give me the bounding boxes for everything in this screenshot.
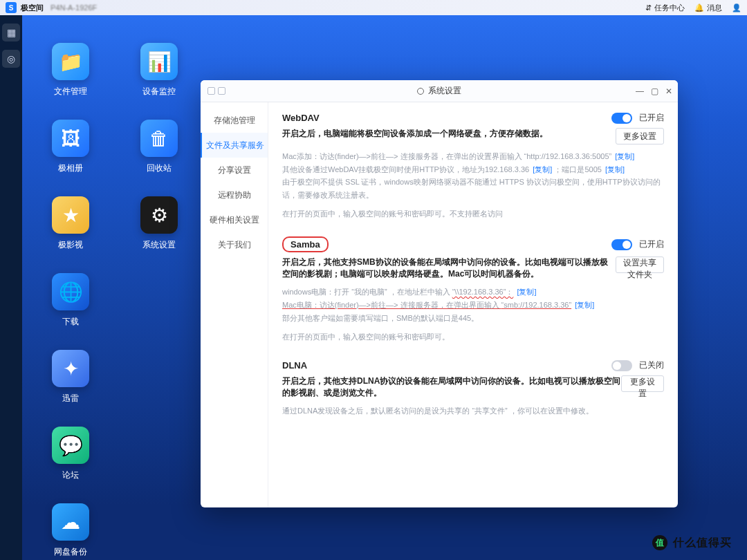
forum-icon[interactable]: 💬论坛 (52, 427, 89, 481)
thunder-icon-label: 迅雷 (62, 393, 79, 404)
samba-help1-copy[interactable]: [复制] (517, 288, 536, 296)
task-center-button[interactable]: ⇵ 任务中心 (645, 3, 685, 13)
settings-sidebar: 存储池管理文件及共享服务分享设置远程协助硬件相关设置关于我们 (201, 102, 268, 507)
watermark: 值 什么值得买 (652, 535, 732, 550)
window-minimize-button[interactable]: — (636, 86, 644, 96)
download-icon[interactable]: 🌐下载 (52, 273, 89, 328)
webdav-help1: Mac添加：访达(finder)—>前往—> 连接服务器，在弹出的设置界面输入 … (282, 152, 614, 160)
thunder-icon-glyph: ✦ (52, 350, 89, 387)
task-icon: ⇵ (645, 3, 652, 12)
dlna-title: DLNA (282, 360, 307, 371)
video-icon[interactable]: ★极影视 (52, 196, 89, 251)
brand-logo-icon: S (6, 2, 17, 13)
bell-icon: 🔔 (694, 3, 704, 12)
webdav-desc: 开启之后，电脑端能将极空间设备添加成一个网络硬盘，方便存储数据。 (282, 128, 548, 140)
webdav-state: 已开启 (639, 112, 664, 124)
file-manager-icon-glyph: 📁 (52, 43, 89, 80)
download-icon-label: 下载 (62, 316, 79, 328)
watermark-badge-icon: 值 (652, 535, 667, 550)
forum-icon-label: 论坛 (62, 469, 79, 481)
file-manager-icon-label: 文件管理 (54, 86, 87, 97)
webdav-title: WebDAV (282, 113, 320, 123)
dlna-desc: 开启之后，其他支持DLNA协议的设备能在局域网中访问你的设备。比如电视可以播放极… (282, 375, 621, 399)
section-webdav: WebDAV 已开启 开启之后，电脑端能将极空间设备添加成一个网络硬盘，方便存储… (282, 112, 664, 220)
samba-help3: 部分其他客户端如需要填写端口，SMB的默认端口是445。 (282, 312, 664, 325)
webdav-help2-copy1[interactable]: [复制] (533, 165, 552, 174)
samba-title: Samba (282, 236, 329, 252)
samba-help1-addr: “\\192.168.3.36”： (452, 288, 514, 296)
webdav-help1-copy[interactable]: [复制] (615, 152, 634, 160)
album-icon-label: 极相册 (58, 162, 83, 174)
trash-icon-glyph: 🗑 (140, 120, 178, 157)
window-titlebar[interactable]: 系统设置 — ▢ ✕ (201, 80, 678, 102)
album-icon[interactable]: 🖼极相册 (52, 120, 89, 174)
side-about[interactable]: 关于我们 (201, 232, 268, 257)
samba-more-button[interactable]: 设置共享文件夹 (616, 256, 664, 273)
trash-icon[interactable]: 🗑回收站 (140, 120, 178, 174)
dock-apps-icon[interactable]: ▦ (2, 24, 20, 41)
section-samba: Samba 已开启 开启之后，其他支持SMB协议的设备能在局域网中访问你的设备。… (282, 236, 664, 343)
window-maximize-button[interactable]: ▢ (651, 86, 658, 96)
dock-settings-icon[interactable]: ◎ (2, 50, 20, 68)
file-manager-icon[interactable]: 📁文件管理 (52, 43, 89, 97)
samba-toggle[interactable] (611, 239, 632, 250)
brand-name: 极空间 (21, 3, 44, 13)
samba-help2-pre: Mac电脑：访达(finder)—>前往—> 连接服务器，在弹出界面输入 (282, 301, 501, 309)
samba-help4: 在打开的页面中，输入极空间的账号和密码即可。 (282, 330, 664, 344)
monitor-icon[interactable]: 📊设备监控 (140, 43, 178, 97)
download-icon-glyph: 🌐 (52, 273, 89, 310)
settings-icon-label: 系统设置 (142, 239, 176, 251)
cloud-backup-icon-label: 网盘备份 (54, 546, 87, 558)
section-dlna: DLNA 已关闭 开启之后，其他支持DLNA协议的设备能在局域网中访问你的设备。… (282, 360, 664, 418)
settings-icon[interactable]: ⚙系统设置 (140, 196, 178, 251)
webdav-more-button[interactable]: 更多设置 (616, 128, 664, 144)
user-avatar[interactable]: 👤 (732, 3, 741, 12)
cloud-backup-icon[interactable]: ☁网盘备份 (52, 503, 89, 558)
thunder-icon[interactable]: ✦迅雷 (52, 350, 89, 404)
dlna-state: 已关闭 (639, 360, 664, 371)
side-remote[interactable]: 远程协助 (201, 183, 268, 207)
messages-button[interactable]: 🔔 消息 (694, 3, 722, 13)
video-icon-label: 极影视 (58, 239, 83, 251)
album-icon-glyph: 🖼 (52, 120, 89, 157)
window-back-button[interactable] (208, 87, 215, 95)
video-icon-glyph: ★ (52, 196, 89, 234)
messages-label: 消息 (707, 3, 722, 13)
system-settings-window: 系统设置 — ▢ ✕ 存储池管理文件及共享服务分享设置远程协助硬件相关设置关于我… (201, 80, 678, 507)
monitor-icon-label: 设备监控 (142, 86, 176, 97)
window-forward-button[interactable] (218, 87, 225, 95)
window-title: 系统设置 (201, 85, 678, 97)
device-id: P4N-A-1926F (50, 3, 97, 12)
webdav-help4: 在打开的页面中，输入极空间的账号和密码即可。不支持匿名访问 (282, 207, 664, 221)
cloud-backup-icon-glyph: ☁ (52, 503, 89, 541)
webdav-toggle[interactable] (611, 113, 632, 124)
window-title-text: 系统设置 (428, 85, 461, 97)
dlna-more-button[interactable]: 更多设置 (621, 375, 664, 392)
forum-icon-glyph: 💬 (52, 427, 89, 464)
left-dock: ▦ ◎ (0, 15, 22, 560)
window-close-button[interactable]: ✕ (665, 86, 672, 96)
watermark-text: 什么值得买 (673, 536, 732, 550)
samba-desc: 开启之后，其他支持SMB协议的设备能在局域网中访问你的设备。比如电视端可以播放极… (282, 256, 616, 280)
window-title-gear-icon (417, 88, 424, 95)
samba-help2-copy[interactable]: [复制] (575, 301, 594, 309)
avatar-icon: 👤 (732, 3, 741, 12)
dlna-toggle[interactable] (611, 360, 632, 371)
side-storage[interactable]: 存储池管理 (201, 108, 268, 133)
side-share[interactable]: 文件及共享服务 (201, 133, 268, 158)
dlna-help1: 通过DLNA发现设备之后，默认匿名访问的是设为共享的 “共享文件” ，你可以在设… (282, 404, 664, 418)
task-center-label: 任务中心 (654, 3, 685, 13)
top-bar: S 极空间 P4N-A-1926F ⇵ 任务中心 🔔 消息 👤 (0, 0, 747, 15)
trash-icon-label: 回收站 (147, 162, 172, 174)
samba-help2-addr: “smb://192.168.3.36” (501, 301, 572, 309)
samba-state: 已开启 (639, 239, 664, 250)
webdav-help3: 由于极空间不提供 SSL 证书，windows映射网络驱动器不能通过 HTTPS… (282, 176, 664, 201)
settings-content: WebDAV 已开启 开启之后，电脑端能将极空间设备添加成一个网络硬盘，方便存储… (268, 102, 678, 507)
monitor-icon-glyph: 📊 (140, 43, 178, 80)
webdav-help2: 其他设备通过WebDAV挂载极空间时使用HTTP协议，地址为192.168.3.… (282, 165, 529, 174)
samba-help1-pre: windows电脑：打开 “我的电脑” ，在地址栏中输入 (282, 288, 450, 296)
webdav-help2-copy2[interactable]: [复制] (605, 165, 625, 174)
side-share-settings[interactable]: 分享设置 (201, 158, 268, 183)
settings-icon-glyph: ⚙ (140, 196, 178, 234)
side-hardware[interactable]: 硬件相关设置 (201, 207, 268, 232)
